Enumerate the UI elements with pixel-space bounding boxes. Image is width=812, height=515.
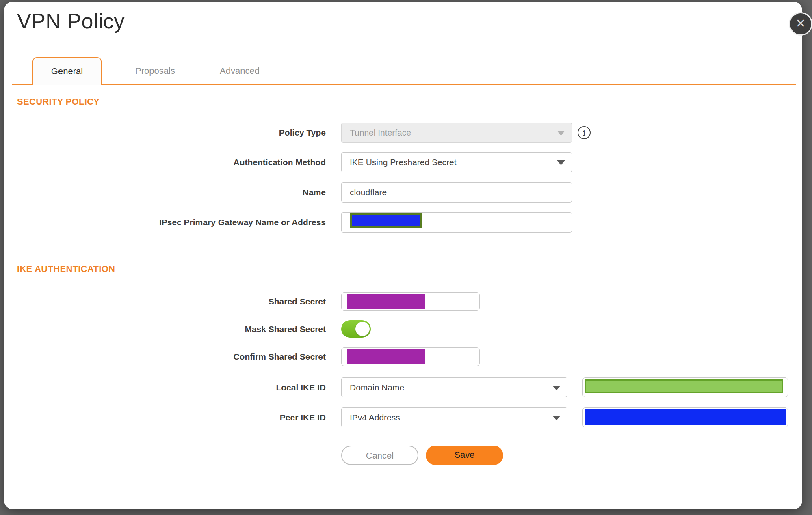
modal-backdrop: { "dialog": { "title": "VPN Policy" }, "…	[0, 0, 812, 515]
authentication-method-label: Authentication Method	[4, 152, 326, 172]
confirm-shared-secret-redacted-value	[347, 349, 425, 364]
page-title: VPN Policy	[17, 9, 125, 33]
peer-ike-id-redacted-value	[585, 409, 786, 425]
local-ike-id-label: Local IKE ID	[4, 377, 326, 397]
ipsec-gateway-redacted-value	[350, 213, 422, 228]
mask-shared-secret-label: Mask Shared Secret	[4, 320, 326, 338]
local-ike-id-value-input[interactable]	[582, 377, 788, 397]
chevron-down-icon	[557, 131, 565, 136]
authentication-method-selected-value: IKE Using Preshared Secret	[350, 157, 457, 167]
name-input[interactable]	[341, 182, 572, 203]
chevron-down-icon	[557, 160, 565, 165]
shared-secret-redacted-value	[347, 294, 425, 309]
shared-secret-label: Shared Secret	[4, 292, 326, 311]
section-header-security-policy: SECURITY POLICY	[17, 97, 100, 107]
cancel-button[interactable]: Cancel	[341, 446, 418, 465]
peer-ike-id-value-input[interactable]	[582, 407, 788, 427]
tab-proposals[interactable]: Proposals	[123, 57, 188, 84]
tab-general[interactable]: General	[32, 57, 102, 85]
chevron-down-icon	[552, 416, 561, 420]
policy-type-label: Policy Type	[4, 123, 326, 143]
vpn-policy-dialog: VPN Policy General Proposals Advanced SE…	[4, 2, 802, 509]
local-ike-id-select[interactable]: Domain Name	[341, 377, 567, 397]
peer-ike-id-select[interactable]: IPv4 Address	[341, 407, 567, 427]
info-icon[interactable]: i	[578, 126, 591, 139]
mask-shared-secret-toggle[interactable]	[341, 320, 371, 338]
confirm-shared-secret-input[interactable]	[341, 347, 480, 366]
peer-ike-id-label: Peer IKE ID	[4, 407, 326, 427]
policy-type-select[interactable]: Tunnel Interface	[341, 123, 572, 143]
authentication-method-select[interactable]: IKE Using Preshared Secret	[341, 152, 572, 172]
tabs-underline	[12, 84, 796, 85]
toggle-knob	[355, 322, 370, 336]
ipsec-gateway-label: IPsec Primary Gateway Name or Address	[4, 212, 326, 233]
close-icon: ✕	[795, 17, 806, 30]
section-header-ike-authentication: IKE AUTHENTICATION	[17, 264, 115, 274]
shared-secret-input[interactable]	[341, 292, 480, 311]
ipsec-gateway-input[interactable]	[341, 212, 572, 233]
close-button[interactable]: ✕	[789, 12, 812, 36]
chevron-down-icon	[552, 386, 561, 390]
save-button[interactable]: Save	[426, 446, 503, 465]
local-ike-id-redacted-value	[585, 379, 783, 393]
policy-type-selected-value: Tunnel Interface	[350, 128, 411, 137]
name-label: Name	[4, 182, 326, 203]
peer-ike-id-selected-value: IPv4 Address	[350, 413, 400, 422]
confirm-shared-secret-label: Confirm Shared Secret	[4, 347, 326, 366]
local-ike-id-selected-value: Domain Name	[350, 383, 404, 392]
tab-advanced[interactable]: Advanced	[207, 57, 272, 84]
